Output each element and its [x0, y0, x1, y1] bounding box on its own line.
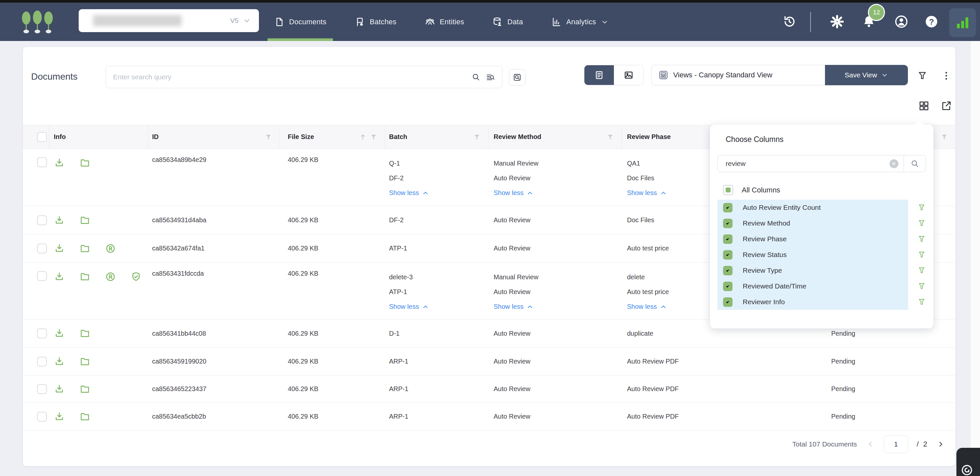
column-option-reviewed-date-time[interactable]: Reviewed Date/Time	[718, 278, 908, 294]
help-icon[interactable]: ?	[924, 14, 939, 29]
all-columns-toggle[interactable]: All Columns	[723, 185, 780, 195]
column-header-id[interactable]: ID	[148, 125, 280, 148]
checked-checkbox[interactable]	[723, 219, 733, 228]
option-filter-icon[interactable]	[917, 203, 926, 212]
row-checkbox[interactable]	[37, 328, 47, 338]
show-less-link[interactable]: Show less	[389, 186, 429, 200]
nav-item-data[interactable]: Data	[488, 3, 528, 41]
select-all-checkbox[interactable]	[37, 132, 47, 142]
project-selector[interactable]: V5	[79, 9, 259, 32]
column-header-hidden[interactable]	[23, 125, 49, 148]
table-row: ca85634ea5cbb2b 406.29 KB ARP-1 Auto Rev…	[23, 403, 955, 431]
column-filter-icon[interactable]	[940, 133, 948, 141]
show-less-link[interactable]: Show less	[627, 186, 667, 200]
filter-icon[interactable]	[916, 69, 929, 82]
next-page-icon[interactable]	[936, 439, 946, 449]
folder-icon[interactable]	[79, 243, 91, 254]
kebab-menu-icon[interactable]	[941, 69, 952, 82]
show-less-link[interactable]: Show less	[493, 299, 539, 314]
download-icon[interactable]	[54, 411, 65, 422]
row-checkbox[interactable]	[37, 271, 47, 281]
column-option-auto-review-entity-count[interactable]: Auto Review Entity Count	[718, 200, 908, 215]
search-icon[interactable]	[904, 159, 926, 168]
row-checkbox[interactable]	[37, 357, 47, 366]
folder-icon[interactable]	[79, 271, 91, 282]
row-checkbox[interactable]	[37, 244, 47, 253]
save-view-button[interactable]: Save View	[825, 65, 908, 85]
column-search-input[interactable]	[718, 160, 889, 167]
all-columns-checkbox[interactable]	[723, 185, 733, 195]
nav-item-entities[interactable]: Entities	[420, 3, 469, 41]
usage-chart-icon[interactable]	[949, 8, 976, 37]
nav-item-documents[interactable]: Documents	[269, 3, 331, 41]
download-icon[interactable]	[54, 328, 65, 339]
column-header-review-method[interactable]: Review Method	[488, 125, 622, 148]
nav-item-analytics[interactable]: Analytics	[547, 3, 613, 41]
avatar-icon[interactable]	[894, 14, 909, 29]
column-header-info[interactable]: Info	[49, 125, 148, 148]
folder-icon[interactable]	[79, 158, 91, 169]
download-icon[interactable]	[54, 356, 65, 367]
history-icon[interactable]	[782, 14, 797, 29]
download-icon[interactable]	[54, 158, 65, 169]
option-filter-icon[interactable]	[917, 250, 926, 259]
column-filter-icon[interactable]	[473, 133, 481, 141]
clear-search-icon[interactable]: ✕	[889, 159, 898, 168]
search-input[interactable]	[106, 73, 469, 81]
download-icon[interactable]	[54, 215, 65, 226]
checked-checkbox[interactable]	[723, 250, 733, 259]
folder-icon[interactable]	[79, 215, 91, 226]
column-option-review-method[interactable]: Review Method	[718, 215, 908, 231]
row-checkbox[interactable]	[37, 412, 47, 422]
current-page-input[interactable]: 1	[884, 435, 908, 453]
gear-icon[interactable]	[830, 14, 845, 29]
checked-checkbox[interactable]	[723, 234, 733, 244]
option-filter-icon[interactable]	[917, 235, 926, 243]
folder-icon[interactable]	[79, 328, 91, 339]
column-option-reviewer-info[interactable]: Reviewer Info	[718, 294, 908, 310]
folder-icon[interactable]	[79, 384, 91, 395]
option-filter-icon[interactable]	[917, 282, 926, 290]
checked-checkbox[interactable]	[723, 282, 733, 291]
row-checkbox[interactable]	[37, 384, 47, 394]
show-less-link[interactable]: Show less	[493, 186, 539, 200]
views-selector[interactable]: Views - Canopy Standard View	[651, 65, 825, 85]
search-in-document-button[interactable]	[509, 69, 525, 86]
column-option-review-type[interactable]: Review Type	[718, 263, 908, 278]
choose-columns-icon[interactable]	[917, 99, 931, 113]
column-filter-icon[interactable]	[264, 133, 272, 141]
nav-item-batches[interactable]: Batches	[350, 3, 401, 41]
checked-checkbox[interactable]	[723, 266, 733, 275]
checked-checkbox[interactable]	[723, 297, 733, 307]
download-icon[interactable]	[54, 271, 65, 282]
checked-checkbox[interactable]	[723, 203, 733, 212]
folder-icon[interactable]	[79, 356, 91, 367]
image-view-toggle[interactable]	[614, 65, 643, 85]
export-icon[interactable]	[940, 99, 953, 113]
show-less-link[interactable]: Show less	[627, 299, 669, 314]
show-less-link[interactable]: Show less	[389, 299, 429, 314]
file-size-cell: 406.29 KB	[280, 149, 385, 206]
search-icon[interactable]	[469, 70, 483, 84]
option-filter-icon[interactable]	[917, 266, 926, 275]
sort-ascending-icon[interactable]	[359, 133, 367, 141]
scrollbar[interactable]	[970, 41, 980, 476]
column-header-batch[interactable]: Batch	[385, 125, 488, 148]
download-icon[interactable]	[54, 384, 65, 395]
advanced-search-icon[interactable]	[483, 70, 498, 84]
row-checkbox[interactable]	[37, 158, 47, 167]
chat-widget[interactable]	[956, 448, 980, 476]
folder-icon[interactable]	[79, 411, 91, 422]
column-option-review-status[interactable]: Review Status	[718, 247, 908, 263]
prev-page-icon[interactable]	[865, 439, 875, 449]
option-filter-icon[interactable]	[917, 219, 926, 228]
column-filter-icon[interactable]	[606, 133, 614, 141]
canopy-logo[interactable]	[17, 10, 58, 35]
option-filter-icon[interactable]	[917, 298, 926, 306]
column-filter-icon[interactable]	[370, 133, 377, 141]
list-view-toggle[interactable]	[584, 65, 614, 85]
column-header-file-size[interactable]: File Size	[280, 125, 385, 148]
download-icon[interactable]	[54, 243, 65, 254]
row-checkbox[interactable]	[37, 215, 47, 225]
column-option-review-phase[interactable]: Review Phase	[718, 231, 908, 247]
